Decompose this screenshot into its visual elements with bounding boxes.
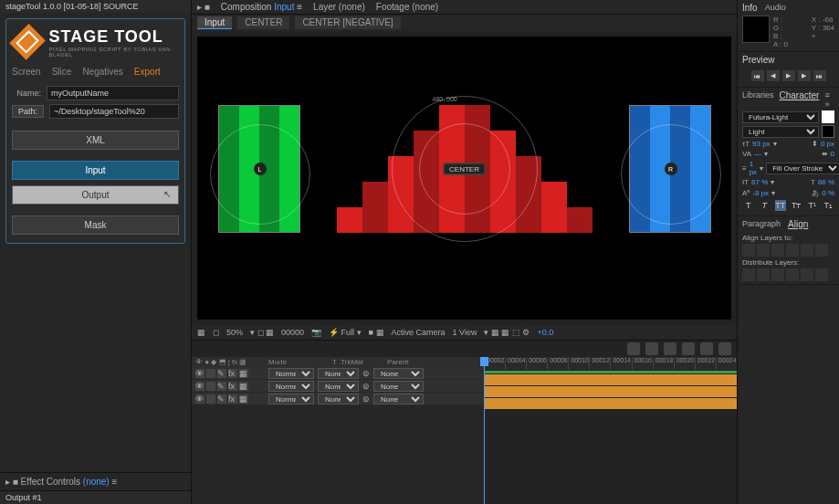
screen-left[interactable]: L bbox=[218, 105, 300, 233]
ruler-tick: 00018 bbox=[653, 357, 674, 370]
exposure-value[interactable]: +0.0 bbox=[537, 328, 553, 337]
workarea-bar[interactable] bbox=[484, 371, 737, 373]
timeline-row[interactable]: 👁✎fx▦NormalNone⊚None bbox=[192, 367, 484, 380]
prev-frame-btn[interactable]: ◀ bbox=[767, 70, 780, 81]
trk-dd[interactable]: None bbox=[318, 394, 359, 404]
align-vcenter[interactable] bbox=[801, 244, 813, 257]
fill-color[interactable] bbox=[822, 110, 834, 123]
menu-icon[interactable]: ▸ ■ bbox=[197, 2, 210, 12]
path-input[interactable] bbox=[49, 104, 179, 119]
name-input[interactable] bbox=[47, 86, 179, 100]
tab-negatives[interactable]: Negatives bbox=[82, 67, 122, 77]
audio-title[interactable]: Audio bbox=[765, 3, 786, 16]
zoom-value[interactable]: 50% bbox=[226, 328, 243, 337]
style-dd[interactable]: Light bbox=[742, 126, 819, 138]
mask-icon[interactable]: ◻ bbox=[213, 328, 219, 337]
dist-2[interactable] bbox=[757, 268, 770, 281]
time-value[interactable]: 00000 bbox=[281, 328, 304, 337]
screen-right[interactable]: R bbox=[629, 105, 711, 233]
camera-dd[interactable]: Active Camera bbox=[392, 328, 446, 337]
tab-slice[interactable]: Slice bbox=[52, 67, 72, 77]
play-btn[interactable]: ▶ bbox=[782, 70, 795, 81]
effect-link[interactable]: (none) bbox=[83, 477, 110, 487]
ruler-tick: 00008 bbox=[547, 357, 568, 370]
path-button[interactable]: Path: bbox=[12, 105, 44, 118]
tl-tool-3[interactable] bbox=[664, 342, 676, 355]
align-left[interactable] bbox=[742, 244, 755, 257]
character-tab[interactable]: Character bbox=[780, 90, 820, 106]
layer-bar-3[interactable] bbox=[484, 398, 737, 409]
tab-export[interactable]: Export bbox=[134, 67, 161, 77]
paragraph-tab[interactable]: Paragraph bbox=[742, 219, 781, 232]
comp-tab-center-neg[interactable]: CENTER [NEGATIVE] bbox=[295, 16, 400, 29]
tl-tool-6[interactable] bbox=[718, 342, 731, 355]
dist-3[interactable] bbox=[771, 268, 784, 281]
first-frame-btn[interactable]: ⏮ bbox=[751, 70, 764, 81]
parent-dd[interactable]: None bbox=[373, 381, 424, 392]
parent-dd[interactable]: None bbox=[373, 368, 424, 379]
view-dd[interactable]: 1 View bbox=[453, 328, 477, 337]
composition-tab[interactable]: Composition Input ≡ bbox=[221, 2, 302, 12]
last-frame-btn[interactable]: ⏭ bbox=[813, 70, 826, 81]
italic-btn[interactable]: T bbox=[759, 200, 770, 211]
align-top[interactable] bbox=[786, 244, 799, 257]
fill-stroke-dd[interactable]: Fill Over Stroke bbox=[766, 163, 839, 174]
mode-dd[interactable]: Normal bbox=[268, 368, 314, 379]
align-hcenter[interactable] bbox=[757, 244, 770, 257]
next-frame-btn[interactable]: ▶ bbox=[798, 70, 811, 81]
tl-tool-1[interactable] bbox=[627, 342, 640, 355]
footage-tab[interactable]: Footage (none) bbox=[376, 2, 438, 12]
align-bottom[interactable] bbox=[815, 244, 828, 257]
output-title: Output #1 bbox=[0, 490, 191, 504]
viewport[interactable]: 480, 500 L R CENTER bbox=[197, 37, 731, 320]
comp-tab-center[interactable]: CENTER bbox=[237, 16, 289, 29]
libraries-tab[interactable]: Libraries bbox=[742, 90, 774, 109]
caps-btn[interactable]: TT bbox=[775, 200, 786, 211]
trk-dd[interactable]: None bbox=[318, 368, 359, 379]
info-title[interactable]: Info bbox=[742, 3, 758, 13]
mode-dd[interactable]: Normal bbox=[268, 381, 314, 392]
quality-dd[interactable]: Full bbox=[341, 328, 355, 337]
align-tab[interactable]: Align bbox=[788, 219, 808, 229]
mask-button[interactable]: Mask bbox=[12, 215, 179, 235]
align-right[interactable] bbox=[771, 244, 784, 257]
grid-icon[interactable]: ▦ bbox=[197, 328, 205, 337]
smallcaps-btn[interactable]: Tᴛ bbox=[791, 200, 802, 211]
layer-bar-2[interactable] bbox=[484, 386, 737, 397]
timeline-row[interactable]: 👁✎fx▦NormalNone⊚None bbox=[192, 380, 484, 393]
font-dd[interactable]: Futura-Light bbox=[742, 111, 819, 123]
sub-btn[interactable]: T₁ bbox=[823, 200, 834, 211]
panel-title: stageTool 1.0.0 [01-05-18] SOURCE bbox=[0, 0, 191, 13]
input-button[interactable]: Input bbox=[12, 161, 179, 180]
playhead[interactable] bbox=[484, 357, 485, 504]
bold-btn[interactable]: T bbox=[743, 200, 754, 211]
timeline-row[interactable]: 👁✎fx▦NormalNone⊚None bbox=[192, 393, 484, 405]
snapshot-icon[interactable]: 📷 bbox=[311, 328, 321, 337]
xml-button[interactable]: XML bbox=[12, 131, 179, 150]
layer-bar-1[interactable] bbox=[484, 374, 737, 385]
font-size[interactable]: 93 px bbox=[752, 140, 771, 148]
tab-screen[interactable]: Screen bbox=[12, 67, 41, 77]
kerning[interactable]: — bbox=[754, 150, 761, 158]
tl-tool-4[interactable] bbox=[682, 342, 695, 355]
screen-center[interactable]: CENTER bbox=[337, 105, 593, 233]
trk-dd[interactable]: None bbox=[318, 381, 359, 392]
super-btn[interactable]: T¹ bbox=[807, 200, 818, 211]
col-mode: Mode bbox=[268, 358, 332, 366]
mode-dd[interactable]: Normal bbox=[268, 394, 314, 404]
dist-6[interactable] bbox=[815, 268, 828, 281]
dist-4[interactable] bbox=[786, 268, 799, 281]
logo-text: STAGE TOOL bbox=[48, 27, 179, 47]
dist-5[interactable] bbox=[801, 268, 813, 281]
tl-tool-5[interactable] bbox=[700, 342, 713, 355]
stroke-color[interactable] bbox=[822, 125, 834, 138]
ruler-tick: 00016 bbox=[632, 357, 653, 370]
ruler-tick: 00014 bbox=[610, 357, 631, 370]
ruler-tick: 00020 bbox=[674, 357, 695, 370]
parent-dd[interactable]: None bbox=[373, 394, 424, 404]
comp-tab-input[interactable]: Input bbox=[197, 16, 232, 29]
dist-1[interactable] bbox=[742, 268, 755, 281]
tl-tool-2[interactable] bbox=[645, 342, 658, 355]
layer-tab[interactable]: Layer (none) bbox=[313, 2, 365, 12]
output-button[interactable]: Output↖ bbox=[12, 185, 179, 205]
